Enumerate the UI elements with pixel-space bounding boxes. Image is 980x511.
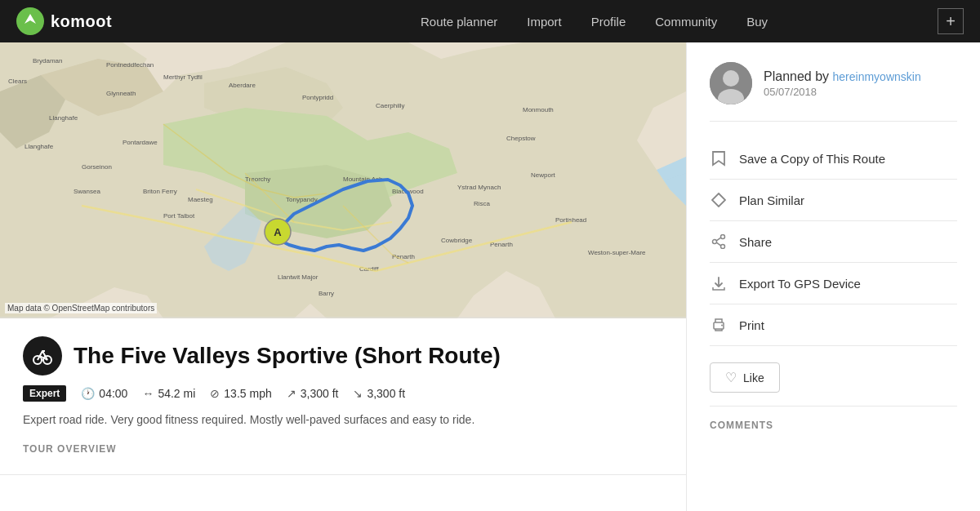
planned-by-row: Planned by hereinmyownskin 05/07/2018 xyxy=(710,62,957,122)
svg-point-45 xyxy=(713,240,717,244)
svg-text:Brydaman: Brydaman xyxy=(33,57,62,64)
logo-text: komoot xyxy=(51,12,112,31)
svg-text:Clears: Clears xyxy=(8,78,27,85)
right-sidebar: Planned by hereinmyownskin 05/07/2018 Sa… xyxy=(686,42,980,511)
like-section: ♡ Like xyxy=(710,346,957,407)
svg-text:Chepstow: Chepstow xyxy=(506,135,536,142)
comments-label: COMMENTS xyxy=(710,420,957,431)
route-type-icon xyxy=(23,336,62,375)
svg-line-48 xyxy=(716,242,720,246)
like-button[interactable]: ♡ Like xyxy=(710,362,780,393)
svg-text:Monmouth: Monmouth xyxy=(523,106,554,113)
heart-icon: ♡ xyxy=(725,370,737,385)
plan-similar-action[interactable]: Plan Similar xyxy=(710,180,957,221)
svg-text:A: A xyxy=(274,226,282,238)
clock-icon: 🕐 xyxy=(81,387,95,400)
svg-text:Maesteg: Maesteg xyxy=(188,196,213,203)
main-nav: Route planner Import Profile Community B… xyxy=(421,15,768,29)
svg-text:Pontardawe: Pontardawe xyxy=(122,139,158,146)
svg-line-47 xyxy=(716,238,720,241)
svg-text:Ystrad Mynach: Ystrad Mynach xyxy=(457,184,501,191)
diamond-icon xyxy=(710,191,728,209)
svg-text:Weston-super-Mare: Weston-super-Mare xyxy=(588,249,646,256)
svg-text:Risca: Risca xyxy=(474,200,491,207)
planner-link[interactable]: hereinmyownskin xyxy=(833,70,921,83)
svg-text:Cowbridge: Cowbridge xyxy=(441,237,473,244)
bike-icon xyxy=(31,344,54,367)
route-stats-row: Expert 🕐 04:00 ↔ 54.2 mi ⊘ 13.5 mph ↗ 3,… xyxy=(23,385,663,402)
plan-similar-label: Plan Similar xyxy=(739,193,804,207)
save-copy-action[interactable]: Save a Copy of This Route xyxy=(710,138,957,180)
map-attribution: Map data © OpenStreetMap contributors xyxy=(5,303,157,313)
like-label: Like xyxy=(743,371,764,384)
komoot-logo-icon xyxy=(16,7,44,35)
add-button[interactable]: + xyxy=(938,8,964,34)
svg-point-46 xyxy=(721,245,725,249)
bookmark-icon xyxy=(710,149,728,167)
distance-icon: ↔ xyxy=(142,387,154,400)
svg-text:Briton Ferry: Briton Ferry xyxy=(143,188,177,195)
route-description: Expert road ride. Very good fitness requ… xyxy=(23,411,663,429)
elevation-down-icon: ↘ xyxy=(353,387,363,400)
svg-text:Llanghafe: Llanghafe xyxy=(24,143,54,150)
left-content: Llanghafe Llanghafe Gorseinon Pontardawe… xyxy=(0,42,686,511)
route-title: The Five Valleys Sportive (Short Route) xyxy=(74,342,501,370)
svg-text:Barry: Barry xyxy=(318,290,334,297)
svg-point-42 xyxy=(723,70,739,87)
speed-icon: ⊘ xyxy=(210,387,220,400)
svg-text:Caerphilly: Caerphilly xyxy=(376,102,405,109)
nav-import[interactable]: Import xyxy=(527,15,562,29)
difficulty-badge: Expert xyxy=(23,385,66,402)
stat-elevation-down: ↘ 3,300 ft xyxy=(353,387,405,400)
svg-text:Pontneddfechan: Pontneddfechan xyxy=(106,61,154,69)
print-action[interactable]: Print xyxy=(710,304,957,346)
svg-text:Merthyr Tydfil: Merthyr Tydfil xyxy=(163,73,203,81)
planned-info: Planned by hereinmyownskin 05/07/2018 xyxy=(764,69,921,98)
main-layout: Llanghafe Llanghafe Gorseinon Pontardawe… xyxy=(0,42,980,511)
comments-section: COMMENTS xyxy=(710,407,957,431)
svg-text:Newport: Newport xyxy=(531,171,556,179)
tour-overview-label: TOUR OVERVIEW xyxy=(23,443,663,455)
share-action[interactable]: Share xyxy=(710,221,957,263)
save-copy-label: Save a Copy of This Route xyxy=(739,152,885,166)
nav-route-planner[interactable]: Route planner xyxy=(421,15,497,29)
svg-text:Llanghafe: Llanghafe xyxy=(49,114,78,122)
route-title-row: The Five Valleys Sportive (Short Route) xyxy=(23,336,663,375)
stat-duration: 🕐 04:00 xyxy=(81,387,127,400)
svg-point-44 xyxy=(721,235,725,239)
elevation-up-icon: ↗ xyxy=(287,387,296,400)
map-image: Llanghafe Llanghafe Gorseinon Pontardawe… xyxy=(0,42,686,318)
share-label: Share xyxy=(739,235,772,249)
svg-text:Pontypridd: Pontypridd xyxy=(302,94,333,101)
svg-point-0 xyxy=(16,7,44,35)
map-container: Llanghafe Llanghafe Gorseinon Pontardawe… xyxy=(0,42,686,318)
logo-area: komoot xyxy=(16,7,112,35)
header: komoot Route planner Import Profile Comm… xyxy=(0,0,980,42)
print-icon xyxy=(710,316,728,334)
svg-point-50 xyxy=(721,325,723,327)
export-gps-action[interactable]: Export To GPS Device xyxy=(710,263,957,304)
svg-text:Llantwit Major: Llantwit Major xyxy=(278,273,318,281)
avatar xyxy=(710,62,752,104)
svg-text:Gorseinon: Gorseinon xyxy=(82,163,112,171)
svg-text:Port Talbot: Port Talbot xyxy=(163,212,195,220)
nav-buy[interactable]: Buy xyxy=(746,15,768,29)
planned-by-label: Planned by hereinmyownskin xyxy=(764,69,921,84)
stat-speed: ⊘ 13.5 mph xyxy=(210,387,271,400)
route-info: The Five Valleys Sportive (Short Route) … xyxy=(0,318,686,475)
stat-elevation-up: ↗ 3,300 ft xyxy=(287,387,339,400)
planned-date: 05/07/2018 xyxy=(764,86,921,98)
svg-text:Swansea: Swansea xyxy=(74,188,100,195)
svg-text:Glynneath: Glynneath xyxy=(106,90,136,97)
svg-text:Aberdare: Aberdare xyxy=(229,82,256,89)
stat-distance: ↔ 54.2 mi xyxy=(142,387,195,400)
nav-community[interactable]: Community xyxy=(655,15,717,29)
export-gps-label: Export To GPS Device xyxy=(739,277,861,291)
print-label: Print xyxy=(739,318,764,332)
nav-profile[interactable]: Profile xyxy=(591,15,626,29)
download-icon xyxy=(710,274,728,292)
share-icon xyxy=(710,233,728,251)
